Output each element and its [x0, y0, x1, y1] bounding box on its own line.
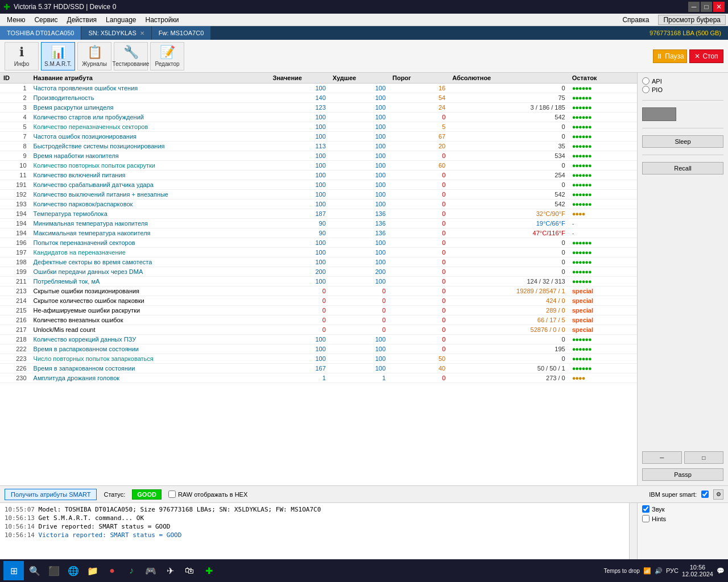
taskbar-notification-icon[interactable]: 💬 [717, 567, 725, 575]
cell-value: 100 [270, 84, 329, 93]
hints-checkbox[interactable] [642, 515, 650, 522]
cell-worst: 100 [329, 161, 389, 171]
tab-close-icon[interactable]: ✕ [140, 30, 144, 36]
menu-item-actions[interactable]: Действия [63, 15, 102, 25]
cell-id: 4 [0, 113, 30, 122]
cell-thresh: 0 [389, 286, 449, 296]
cell-id: 211 [0, 277, 30, 286]
bottom-left-button[interactable]: ─ [642, 451, 682, 464]
tab-firmware[interactable]: Fw: MS1OA7C0 [152, 26, 211, 40]
cell-worst: 100 [329, 151, 389, 161]
taskbar-spotify-icon[interactable]: ♪ [123, 562, 140, 579]
taskbar-chrome-icon[interactable]: ● [104, 562, 121, 579]
bottom-right-button[interactable]: □ [684, 451, 724, 464]
cell-absolute: 50 / 50 / 1 [449, 364, 568, 373]
maximize-button[interactable]: □ [701, 2, 712, 12]
pio-radio[interactable] [642, 86, 650, 93]
taskbar-clock[interactable]: 10:56 12.02.2024 [682, 564, 713, 577]
cell-absolute: 19°C/66°F [449, 219, 568, 228]
cell-value: 200 [270, 267, 329, 277]
cell-name: Максимальная температура накопителя [30, 228, 270, 238]
cell-id: 215 [0, 306, 30, 315]
recall-button[interactable]: Recall [642, 162, 723, 174]
cell-status: - [569, 219, 637, 228]
api-radio-item[interactable]: API [642, 77, 723, 85]
taskbar-steam-icon[interactable]: 🎮 [142, 562, 159, 579]
taskbar-taskview-icon[interactable]: ⬛ [46, 562, 63, 579]
cell-value: 140 [270, 93, 329, 103]
sound-checkbox-item[interactable]: Звук [642, 505, 723, 513]
cell-id: 3 [0, 103, 30, 113]
log-content[interactable]: 10:55:07 Model: TOSHIBA DT01ACA050; Size… [0, 503, 629, 559]
smart-table-container[interactable]: ID Название атрибута Значение Худшее Пор… [0, 73, 637, 485]
cell-status: ●●●●●● [569, 122, 637, 132]
raw-hex-checkbox[interactable] [168, 490, 176, 498]
cell-name: Амплитуда дрожания головок [30, 373, 270, 383]
hints-label: Hints [652, 516, 666, 522]
journals-button[interactable]: 📋 Журналы [77, 42, 111, 70]
close-button[interactable]: ✕ [713, 2, 725, 12]
tab-serial[interactable]: SN: X5LDYKLAS ✕ [81, 26, 151, 40]
menu-item-menu[interactable]: Меню [2, 15, 30, 25]
cell-thresh: 0 [389, 199, 449, 209]
taskbar-store-icon[interactable]: 🛍 [181, 562, 198, 579]
api-label: API [652, 78, 662, 85]
passp-button[interactable]: Passp [642, 468, 723, 481]
cell-status: special [569, 296, 637, 306]
pause-button[interactable]: ⏸ Пауза [653, 49, 687, 63]
testing-button[interactable]: 🔧 Тестирование [114, 42, 148, 70]
editor-button[interactable]: 📝 Редактор [150, 42, 184, 70]
cell-absolute: 0 [449, 335, 568, 344]
taskbar-search-icon[interactable]: 🔍 [26, 562, 43, 579]
table-row: 5 Количество переназначенных секторов 10… [0, 122, 637, 132]
tab-device-name[interactable]: TOSHIBA DT01ACA050 [0, 26, 81, 40]
api-radio[interactable] [642, 77, 650, 85]
cell-absolute: 19289 / 28547 / 1 [449, 286, 568, 296]
ibm-config-button[interactable]: ⚙ [713, 489, 723, 500]
cell-status: ●●●●●● [569, 180, 637, 190]
taskbar-telegram-icon[interactable]: ✈ [162, 562, 179, 579]
info-button[interactable]: ℹ Инфо [5, 42, 39, 70]
taskbar-explorer-icon[interactable]: 📁 [84, 562, 101, 579]
get-smart-button[interactable]: Получить атрибуты SMART [5, 489, 97, 500]
taskbar-victoria-icon[interactable]: ✚ [200, 562, 217, 579]
cell-name: Скрытое количество ошибок парковки [30, 296, 270, 306]
pio-radio-item[interactable]: PIO [642, 86, 723, 93]
sound-label: Звук [652, 506, 665, 513]
cell-worst: 100 [329, 199, 389, 209]
menu-item-service[interactable]: Сервис [30, 15, 62, 25]
cell-name: Быстродействие системы позиционирования [30, 142, 270, 151]
log-scrollbar[interactable] [629, 503, 637, 559]
menu-bar: Меню Сервис Действия Language Настройки … [0, 14, 728, 26]
ibm-checkbox[interactable] [701, 490, 709, 498]
cell-value: 1 [270, 373, 329, 383]
cell-thresh: 0 [389, 151, 449, 161]
hints-checkbox-item[interactable]: Hints [642, 515, 723, 522]
sound-checkbox[interactable] [642, 505, 650, 513]
cell-status: ●●●●●● [569, 151, 637, 161]
menu-item-language[interactable]: Language [101, 15, 140, 25]
buffer-button[interactable]: Просмотр буфера [658, 15, 726, 25]
raw-hex-checkbox-item[interactable]: RAW отображать в HEX [168, 490, 247, 498]
start-button[interactable]: ⊞ [3, 561, 24, 580]
cell-worst: 1 [329, 373, 389, 383]
cell-absolute: 3 / 186 / 185 [449, 103, 568, 113]
taskbar-edge-icon[interactable]: 🌐 [65, 562, 82, 579]
cell-thresh: 0 [389, 190, 449, 199]
menu-item-settings[interactable]: Настройки [141, 15, 184, 25]
stop-button[interactable]: ✕ Стоп [689, 49, 723, 63]
cell-status: ●●●●●● [569, 103, 637, 113]
minimize-button[interactable]: ─ [688, 2, 700, 12]
col-header-status: Остаток [569, 73, 637, 84]
editor-icon: 📝 [160, 45, 175, 60]
smart-button[interactable]: 📊 S.M.A.R.T. [41, 42, 75, 70]
menu-item-help[interactable]: Справка [618, 15, 653, 25]
cell-status: special [569, 286, 637, 296]
sleep-button[interactable]: Sleep [642, 135, 723, 148]
cell-absolute: 542 [449, 199, 568, 209]
log-line: 10:56:13 Get S.M.A.R.T. command... OK [5, 514, 624, 522]
cell-worst: 0 [329, 315, 389, 325]
cell-status: ●●●●●● [569, 171, 637, 180]
cell-thresh: 0 [389, 296, 449, 306]
cell-id: 226 [0, 364, 30, 373]
